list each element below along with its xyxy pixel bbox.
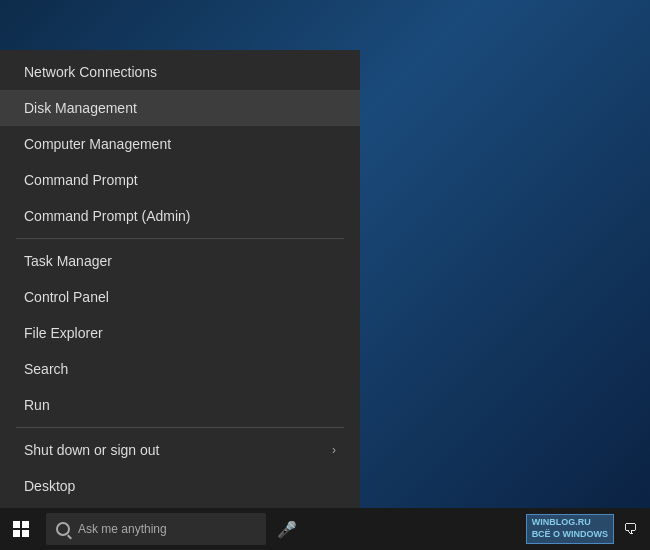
menu-item-command-prompt[interactable]: Command Prompt: [0, 162, 360, 198]
chevron-right-icon: ›: [332, 443, 336, 457]
menu-item-label-command-prompt: Command Prompt: [24, 172, 138, 188]
menu-item-label-run: Run: [24, 397, 50, 413]
microphone-button[interactable]: 🎤: [266, 508, 308, 550]
menu-item-label-shut-down: Shut down or sign out: [24, 442, 159, 458]
taskbar: Ask me anything 🎤 WINBLOG.RU ВСЁ О WINDO…: [0, 508, 650, 550]
menu-item-computer-management[interactable]: Computer Management: [0, 126, 360, 162]
menu-item-run[interactable]: Run: [0, 387, 360, 423]
search-icon: [56, 522, 70, 536]
menu-item-label-control-panel: Control Panel: [24, 289, 109, 305]
menu-item-label-disk-management: Disk Management: [24, 100, 137, 116]
menu-item-shut-down[interactable]: Shut down or sign out›: [0, 432, 360, 468]
menu-item-command-prompt-admin[interactable]: Command Prompt (Admin): [0, 198, 360, 234]
notification-icon[interactable]: 🗨: [618, 517, 642, 541]
winblog-badge: WINBLOG.RU ВСЁ О WINDOWS: [526, 514, 614, 543]
menu-item-label-computer-management: Computer Management: [24, 136, 171, 152]
menu-divider: [16, 238, 344, 239]
menu-item-network-connections[interactable]: Network Connections: [0, 54, 360, 90]
menu-item-label-command-prompt-admin: Command Prompt (Admin): [24, 208, 191, 224]
taskbar-search-box[interactable]: Ask me anything: [46, 513, 266, 545]
menu-divider: [16, 427, 344, 428]
context-menu: Network ConnectionsDisk ManagementComput…: [0, 50, 360, 508]
start-button[interactable]: [0, 508, 42, 550]
menu-item-search[interactable]: Search: [0, 351, 360, 387]
menu-item-task-manager[interactable]: Task Manager: [0, 243, 360, 279]
menu-item-label-network-connections: Network Connections: [24, 64, 157, 80]
winblog-line2: ВСЁ О WINDOWS: [532, 529, 608, 541]
windows-icon: [13, 521, 29, 537]
menu-item-label-task-manager: Task Manager: [24, 253, 112, 269]
search-placeholder: Ask me anything: [78, 522, 167, 536]
winblog-line1: WINBLOG.RU: [532, 517, 608, 529]
menu-item-disk-management[interactable]: Disk Management: [0, 90, 360, 126]
menu-item-control-panel[interactable]: Control Panel: [0, 279, 360, 315]
menu-item-label-file-explorer: File Explorer: [24, 325, 103, 341]
menu-item-desktop[interactable]: Desktop: [0, 468, 360, 504]
menu-item-file-explorer[interactable]: File Explorer: [0, 315, 360, 351]
menu-item-label-desktop: Desktop: [24, 478, 75, 494]
menu-item-label-search: Search: [24, 361, 68, 377]
taskbar-right-area: WINBLOG.RU ВСЁ О WINDOWS 🗨: [526, 514, 650, 543]
